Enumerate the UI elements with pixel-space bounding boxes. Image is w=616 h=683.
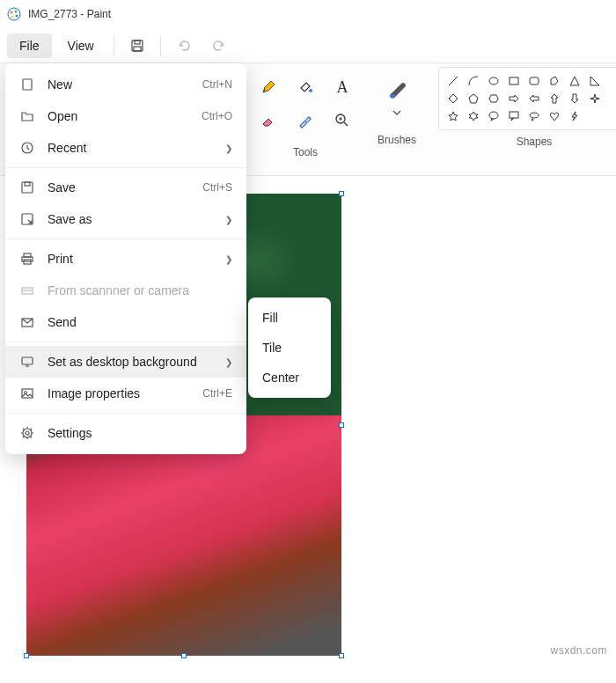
shape-polygon[interactable] bbox=[546, 73, 563, 89]
shape-more[interactable] bbox=[606, 73, 616, 89]
shape-lightning[interactable] bbox=[566, 108, 583, 124]
shape-callout-rect[interactable] bbox=[505, 108, 523, 124]
print-icon bbox=[19, 251, 35, 267]
menu-file[interactable]: File bbox=[7, 33, 52, 58]
brushes-dropdown[interactable] bbox=[377, 67, 417, 129]
shape-rect[interactable] bbox=[505, 73, 523, 89]
menu-send[interactable]: Send bbox=[5, 306, 246, 338]
pencil-tool[interactable] bbox=[255, 74, 282, 100]
submenu-tile[interactable]: Tile bbox=[248, 333, 331, 363]
resize-handle[interactable] bbox=[339, 191, 344, 196]
shape-curve[interactable] bbox=[465, 73, 482, 89]
redo-button[interactable] bbox=[203, 32, 235, 60]
zoom-tool[interactable] bbox=[329, 107, 356, 134]
undo-button[interactable] bbox=[168, 32, 200, 60]
shape-more3[interactable] bbox=[586, 108, 604, 124]
shape-more4[interactable] bbox=[606, 108, 616, 124]
shape-diamond[interactable] bbox=[444, 91, 462, 106]
ribbon-group-shapes: Shapes bbox=[429, 67, 616, 175]
resize-handle[interactable] bbox=[339, 422, 344, 428]
resize-handle[interactable] bbox=[24, 653, 29, 658]
picker-tool[interactable] bbox=[292, 107, 319, 134]
shape-callout-round[interactable] bbox=[485, 108, 502, 124]
shape-arrow-left[interactable] bbox=[525, 91, 543, 106]
shape-arrow-down[interactable] bbox=[566, 91, 583, 106]
svg-rect-22 bbox=[23, 79, 32, 90]
magnifier-icon bbox=[334, 113, 350, 129]
shape-5star[interactable] bbox=[444, 108, 462, 124]
watermark: wsxdn.com bbox=[550, 644, 607, 657]
menu-new[interactable]: New Ctrl+N bbox=[5, 69, 246, 100]
svg-point-13 bbox=[390, 94, 395, 98]
text-tool[interactable]: A bbox=[329, 74, 356, 100]
svg-rect-7 bbox=[134, 47, 141, 51]
svg-point-36 bbox=[26, 431, 29, 435]
shape-4star[interactable] bbox=[586, 91, 604, 106]
save-icon bbox=[19, 180, 35, 195]
bucket-icon bbox=[297, 79, 313, 95]
shape-6star[interactable] bbox=[465, 108, 482, 124]
save-button[interactable] bbox=[121, 32, 153, 60]
shape-oval[interactable] bbox=[485, 73, 502, 89]
separator bbox=[5, 239, 246, 239]
svg-rect-33 bbox=[22, 389, 33, 398]
menu-print[interactable]: Print ❯ bbox=[5, 243, 246, 275]
image-icon bbox=[19, 386, 35, 401]
shape-roundrect[interactable] bbox=[525, 73, 543, 89]
shape-hexagon[interactable] bbox=[485, 91, 502, 106]
shape-arrow-right[interactable] bbox=[505, 91, 523, 106]
desktop-icon bbox=[19, 354, 35, 370]
svg-point-15 bbox=[489, 77, 498, 84]
shapes-palette[interactable] bbox=[438, 67, 616, 130]
redo-icon bbox=[212, 39, 226, 53]
brush-icon bbox=[385, 80, 408, 103]
svg-rect-25 bbox=[25, 182, 30, 186]
menu-save-as[interactable]: Save as ❯ bbox=[5, 203, 246, 235]
chevron-right-icon: ❯ bbox=[225, 143, 232, 153]
menu-image-props[interactable]: Image properties Ctrl+E bbox=[5, 378, 246, 409]
shape-arrow-up[interactable] bbox=[546, 91, 563, 106]
menu-save[interactable]: Save Ctrl+S bbox=[5, 172, 246, 203]
text-icon: A bbox=[337, 78, 348, 97]
menubar: File View bbox=[0, 28, 616, 63]
save-as-icon bbox=[19, 211, 35, 227]
folder-icon bbox=[19, 108, 35, 124]
menu-desktop-bg[interactable]: Set as desktop background ❯ bbox=[5, 346, 246, 378]
ribbon-group-brushes: Brushes bbox=[368, 67, 426, 175]
menu-scanner: From scannner or camera bbox=[5, 275, 246, 306]
shape-pentagon[interactable] bbox=[465, 91, 482, 106]
brushes-label: Brushes bbox=[378, 134, 416, 146]
svg-rect-6 bbox=[135, 40, 140, 44]
resize-handle[interactable] bbox=[339, 653, 344, 658]
submenu-center[interactable]: Center bbox=[248, 363, 331, 393]
menu-recent[interactable]: Recent ❯ bbox=[5, 132, 246, 164]
shape-callout-cloud[interactable] bbox=[525, 108, 543, 124]
separator bbox=[5, 167, 246, 168]
fill-tool[interactable] bbox=[292, 74, 319, 100]
submenu-fill[interactable]: Fill bbox=[248, 303, 331, 333]
svg-point-3 bbox=[16, 15, 18, 18]
eraser-tool[interactable] bbox=[255, 107, 282, 134]
svg-point-4 bbox=[11, 16, 14, 18]
menu-open[interactable]: Open Ctrl+O bbox=[5, 100, 246, 132]
svg-rect-17 bbox=[530, 77, 539, 84]
clock-icon bbox=[19, 140, 35, 156]
shape-triangle[interactable] bbox=[566, 73, 583, 89]
menu-view[interactable]: View bbox=[55, 33, 106, 58]
desktop-bg-submenu: Fill Tile Center bbox=[248, 297, 331, 398]
tools-label: Tools bbox=[293, 146, 318, 158]
shapes-label: Shapes bbox=[517, 136, 553, 148]
svg-line-10 bbox=[344, 122, 348, 126]
menu-settings[interactable]: Settings bbox=[5, 417, 246, 449]
svg-point-21 bbox=[532, 119, 533, 121]
save-icon bbox=[130, 39, 144, 53]
resize-handle[interactable] bbox=[181, 653, 187, 658]
svg-point-8 bbox=[309, 89, 312, 92]
chevron-right-icon: ❯ bbox=[225, 254, 232, 264]
shape-more2[interactable] bbox=[606, 91, 616, 106]
shape-heart[interactable] bbox=[546, 108, 563, 124]
file-menu-dropdown: New Ctrl+N Open Ctrl+O Recent ❯ Save Ctr… bbox=[5, 63, 246, 454]
shape-line[interactable] bbox=[444, 73, 462, 89]
pencil-icon bbox=[260, 79, 276, 95]
shape-right-triangle[interactable] bbox=[586, 73, 604, 89]
